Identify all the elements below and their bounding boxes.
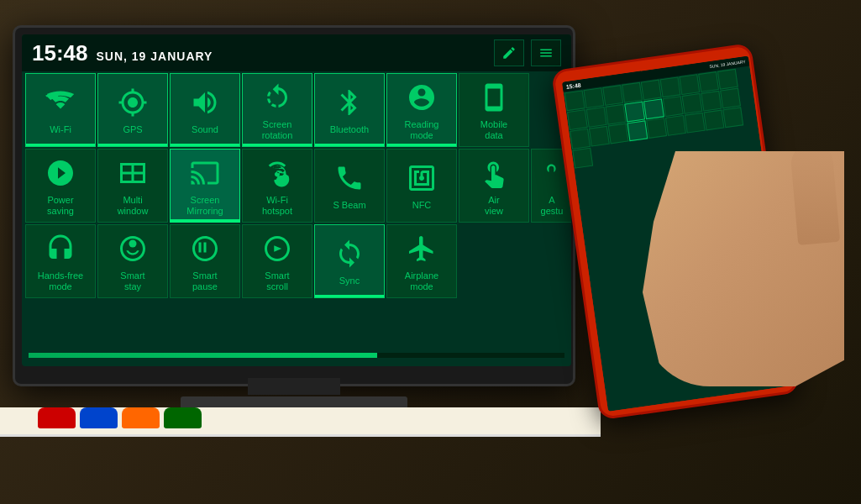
tile-screen-mirroring[interactable]: ScreenMirroring [170,149,240,223]
smart-stay-label: Smartstay [117,270,148,292]
s-beam-icon [331,160,368,197]
multi-window-label: Multiwindow [114,195,152,217]
toy-car-2 [80,407,118,428]
smart-pause-label: Smartpause [189,270,221,292]
air-gesture-label: Agestu [538,195,567,217]
hand-area [609,151,844,403]
clock-date: SUN, 19 JANUARY [97,50,213,63]
airplane-label: Airplanemode [402,270,442,292]
wifi-label: Wi-Fi [46,124,75,135]
toy-car-1 [38,407,76,428]
tile-nfc[interactable]: NFC [386,149,457,223]
tile-screen-rotation[interactable]: Screenrotation [242,73,312,147]
status-bar: 15:48 SUN, 19 JANUARY [22,34,571,71]
tile-sound[interactable]: Sound [170,73,240,147]
screen-rotation-icon [259,79,296,116]
tile-wifi[interactable]: Wi-Fi [25,73,96,147]
grid-row-3: Hands-freemode Smartstay S [25,224,568,298]
handsfree-icon [42,230,79,267]
reading-mode-label: Readingmode [402,119,443,141]
thumb-finger [790,151,840,245]
mobile-data-icon [475,79,512,116]
multi-window-icon [114,155,151,192]
tile-airplane[interactable]: Airplanemode [386,224,457,298]
tile-handsfree[interactable]: Hands-freemode [25,224,96,298]
sound-label: Sound [188,124,222,135]
sync-icon [331,235,368,272]
wifi-indicator [26,144,95,146]
bluetooth-indicator [315,144,384,146]
wifi-hotspot-icon [259,155,296,192]
quick-settings-grid: Wi-Fi GPS [22,71,571,300]
screen-rotation-label: Screenrotation [259,119,297,141]
wifi-hotspot-label: Wi-Fihotspot [259,195,296,217]
sound-indicator [171,144,239,146]
tile-gps[interactable]: GPS [97,73,168,147]
pencil-button[interactable] [494,39,524,66]
status-icons-area [494,39,561,66]
grid-row-2: Powersaving Multiwindow Sc [25,149,568,223]
gps-label: GPS [119,124,145,135]
tile-reading-mode[interactable]: Readingmode [386,73,457,147]
smart-scroll-label: Smartscroll [261,270,292,292]
reading-mode-icon [403,79,440,116]
progress-bar-area [29,353,564,358]
tile-bluetooth[interactable]: Bluetooth [314,73,385,147]
tile-sync[interactable]: Sync [314,224,385,298]
tile-air-view[interactable]: Airview [459,149,529,223]
time-date-area: 15:48 SUN, 19 JANUARY [32,40,213,66]
tile-mobile-data[interactable]: Mobiledata [459,73,529,147]
air-view-label: Airview [481,195,507,217]
bluetooth-icon [331,84,368,121]
tv-bezel: 15:48 SUN, 19 JANUARY [13,25,575,386]
gps-indicator [98,144,167,146]
tv-screen: 15:48 SUN, 19 JANUARY [22,34,571,366]
tv-stand [248,378,340,395]
mobile-data-label: Mobiledata [477,119,511,141]
tile-power-saving[interactable]: Powersaving [25,149,96,223]
tile-smart-pause[interactable]: Smartpause [170,224,240,298]
toy-car-4 [164,407,202,428]
screen-mirroring-indicator [171,219,239,222]
tile-smart-scroll[interactable]: Smartscroll [242,224,312,298]
power-saving-label: Powersaving [44,195,77,217]
tile-smart-stay[interactable]: Smartstay [97,224,168,298]
list-button[interactable] [531,39,561,66]
screen-mirroring-icon [186,155,223,192]
air-view-icon [475,155,512,192]
handsfree-label: Hands-freemode [34,270,87,292]
reading-mode-indicator [387,144,456,146]
toy-car-3 [122,407,160,428]
sync-indicator [315,295,384,297]
s-beam-label: S Beam [329,200,369,211]
wifi-icon [42,84,79,121]
power-saving-icon [42,155,79,192]
clock-time: 15:48 [32,40,88,66]
gps-icon [114,84,151,121]
tile-multi-window[interactable]: Multiwindow [97,149,168,223]
phone-time: 15:48 [565,81,581,89]
smart-stay-icon [114,230,151,267]
screen-rotation-indicator [243,144,312,146]
sync-label: Sync [336,276,363,286]
screen-mirroring-label: ScreenMirroring [183,195,226,217]
tile-wifi-hotspot[interactable]: Wi-Fihotspot [242,149,312,223]
progress-bar-fill [29,353,377,358]
grid-row-1: Wi-Fi GPS [25,73,568,147]
sound-icon [186,84,223,121]
airplane-icon [403,230,440,267]
smart-scroll-icon [259,230,296,267]
tv-container: 15:48 SUN, 19 JANUARY [13,25,584,454]
nfc-label: NFC [409,200,435,211]
tile-s-beam[interactable]: S Beam [314,149,385,223]
bluetooth-label: Bluetooth [327,124,372,135]
smart-pause-icon [186,230,223,267]
svg-point-0 [129,239,137,247]
nfc-icon [403,160,440,197]
